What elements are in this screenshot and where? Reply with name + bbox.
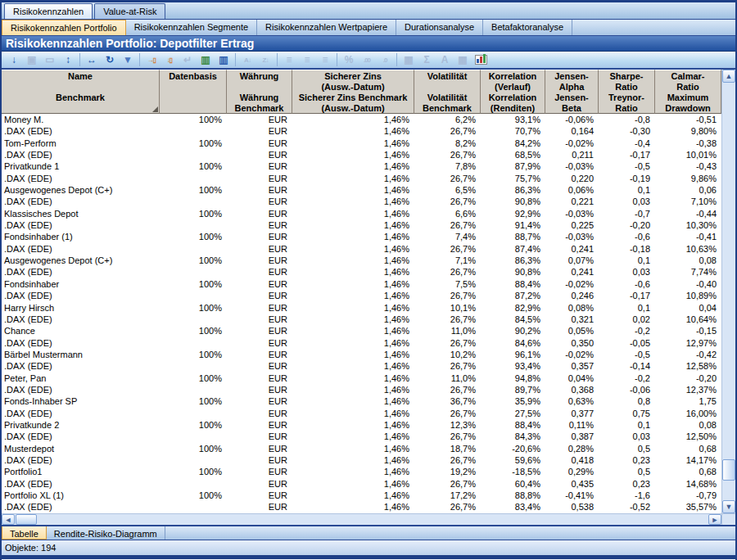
filter-icon[interactable]: ▼ (120, 52, 136, 67)
cell-datenbasis: 100% (160, 184, 227, 196)
table-row[interactable]: Portfolio1100%EUR1,46%19,2%-18,5%0,29%0,… (2, 466, 721, 477)
refresh-icon[interactable]: ↻ (102, 52, 118, 67)
align-center-icon[interactable]: ≡ (299, 52, 315, 67)
table-row[interactable]: Fondsinhaber (1)100%EUR1,46%7,4%88,7%-0,… (2, 231, 721, 242)
cell-name: Ausgewogenes Depot (C+) (2, 184, 160, 196)
table-row[interactable]: .DAX (EDE)EUR1,46%26,7%68,5%0,211-0,1710… (2, 149, 721, 160)
column-width-icon[interactable]: ↔ (84, 52, 100, 67)
sum-icon[interactable]: Σ (418, 52, 435, 67)
cell-calmar: -0,38 (655, 138, 721, 149)
column-header-name[interactable]: Name Benchmark (2, 70, 160, 114)
subtab-durationsanalyse[interactable]: Durationsanalyse (396, 20, 483, 35)
column-format-icon[interactable]: ▦ (454, 52, 471, 67)
font-icon[interactable]: A (436, 52, 453, 67)
tab-value-at-risk[interactable]: Value-at-Risk (94, 3, 165, 19)
cell-sicherer-zins: 1,46% (292, 454, 414, 466)
vertical-scrollbar[interactable]: ▲ ▼ (721, 70, 735, 513)
table-row[interactable]: .DAX (EDE)EUR1,46%26,7%84,5%0,3210,0210,… (2, 314, 721, 325)
column-header-volatilitaet[interactable]: Volatilität Volatilität Benchmark (414, 70, 481, 114)
table-row[interactable]: Ausgewogenes Depot (C+)100%EUR1,46%6,5%8… (2, 184, 721, 196)
cell-waehrung: EUR (227, 408, 292, 419)
cell-jensen: -0,03% (545, 208, 599, 219)
view-tab-rendite-risiko-diagramm[interactable]: Rendite-Risiko-Diagramm (47, 526, 165, 540)
chart-icon[interactable] (472, 52, 489, 67)
scroll-up-button[interactable]: ▲ (722, 70, 735, 83)
table-row[interactable]: Bärbel Mustermann100%EUR1,46%10,2%96,1%-… (2, 349, 721, 360)
table-row[interactable]: .DAX (EDE)EUR1,46%26,7%84,6%0,350-0,0512… (2, 337, 721, 349)
increase-decimal-icon[interactable]: .00 (359, 52, 375, 67)
column-header-korrelation[interactable]: Korrelation (Verlauf) Korrelation (Rendi… (481, 70, 545, 114)
insert-column-down-icon[interactable]: ↓▯ (161, 52, 178, 67)
table-row[interactable]: .DAX (EDE)EUR1,46%26,7%59,6%0,4180,2314,… (2, 454, 721, 466)
cell-calmar: 12,58% (655, 360, 721, 372)
scroll-down-button[interactable]: ▼ (722, 500, 735, 513)
table-row[interactable]: .DAX (EDE)EUR1,46%26,7%87,4%0,241-0,1810… (2, 243, 721, 255)
table-row[interactable]: Tom-Perform100%EUR1,46%8,2%84,2%-0,02%-0… (2, 138, 721, 149)
table-row[interactable]: Peter, Pan100%EUR1,46%11,0%94,8%0,04%-0,… (2, 373, 721, 384)
cell-volatilitaet: 18,7% (414, 443, 481, 454)
column-header-sicherer-zins[interactable]: Sicherer Zins (Ausw.-Datum) Sicherer Zin… (292, 70, 414, 114)
table-row[interactable]: Fondsinhaber100%EUR1,46%7,5%88,4%-0,02%-… (2, 278, 721, 290)
table-row[interactable]: Portfolio XL (1)100%EUR1,46%17,2%88,8%-0… (2, 490, 721, 501)
table-row[interactable]: Privatkunde 1100%EUR1,46%7,8%87,9%-0,03%… (2, 160, 721, 172)
decrease-decimal-icon[interactable]: .0 (377, 52, 393, 67)
column-header-datenbasis[interactable]: Datenbasis (160, 70, 227, 114)
cell-volatilitaet: 26,7% (414, 290, 481, 301)
table-row[interactable]: .DAX (EDE)EUR1,46%26,7%70,7%0,164-0,309,… (2, 125, 721, 137)
cell-korrelation: 86,3% (481, 255, 545, 266)
vertical-scroll-thumb[interactable] (722, 459, 735, 481)
table-row[interactable]: .DAX (EDE)EUR1,46%26,7%83,4%0,538-0,5235… (2, 501, 721, 513)
horizontal-scroll-thumb[interactable] (16, 514, 37, 525)
column-header-waehrung[interactable]: Währung Währung Benchmark (227, 70, 292, 114)
horizontal-scrollbar[interactable]: ◄ ► (2, 513, 721, 525)
table-row[interactable]: .DAX (EDE)EUR1,46%26,7%60,4%0,4350,2314,… (2, 478, 721, 490)
table-row[interactable]: Fonds-Inhaber SP100%EUR1,46%36,7%35,9%0,… (2, 395, 721, 407)
sort-ascending-icon[interactable]: A↓ (239, 52, 255, 67)
table-row[interactable]: Money M.100%EUR1,46%6,2%93,1%-0,06%-0,8-… (2, 114, 721, 125)
table-row[interactable]: Chance100%EUR1,46%11,0%90,2%0,05%-0,2-0,… (2, 325, 721, 336)
align-bottom-icon[interactable]: ≡ (317, 52, 333, 67)
table-row[interactable]: Ausgewogenes Depot (C+)100%EUR1,46%7,1%8… (2, 255, 721, 266)
align-top-icon[interactable]: ≡ (281, 52, 297, 67)
cell-sicherer-zins: 1,46% (292, 408, 414, 419)
copy-format-icon[interactable]: ▣ (24, 52, 40, 67)
table-row[interactable]: .DAX (EDE)EUR1,46%26,7%27,5%0,3770,7516,… (2, 408, 721, 419)
table-row[interactable]: .DAX (EDE)EUR1,46%26,7%91,4%0,225-0,2010… (2, 219, 721, 231)
subtab-risikokennzahlen-wertpapiere[interactable]: Risikokennzahlen Wertpapiere (257, 20, 396, 35)
table-row[interactable]: Privatkunde 2100%EUR1,46%12,3%88,4%0,11%… (2, 419, 721, 431)
undo-column-icon[interactable]: ↵ (179, 52, 196, 67)
column-stats-icon[interactable]: ▦ (400, 52, 417, 67)
table-row[interactable]: .DAX (EDE)EUR1,46%26,7%75,7%0,220-0,199,… (2, 173, 721, 184)
percent-format-icon[interactable]: % (341, 52, 357, 67)
table-row[interactable]: Harry Hirsch100%EUR1,46%10,1%82,9%0,08%0… (2, 302, 721, 314)
table-row[interactable]: .DAX (EDE)EUR1,46%26,7%93,4%0,357-0,1412… (2, 360, 721, 372)
name-column-resize-marker[interactable] (152, 106, 158, 112)
table-row[interactable]: Klassisches Depot100%EUR1,46%6,6%92,9%-0… (2, 208, 721, 219)
view-tab-tabelle[interactable]: Tabelle (2, 526, 47, 540)
hidden-columns-icon[interactable]: ▥ (197, 52, 214, 67)
table-row[interactable]: .DAX (EDE)EUR1,46%26,7%90,8%0,2410,037,7… (2, 266, 721, 278)
scroll-left-button[interactable]: ◄ (2, 514, 15, 525)
scroll-right-button[interactable]: ► (708, 514, 721, 525)
column-header-sharpe[interactable]: Sharpe- Ratio Treynor- Ratio (599, 70, 655, 114)
fit-height-icon[interactable]: ↕ (60, 52, 76, 67)
fit-window-icon[interactable]: ▭ (42, 52, 58, 67)
subtab-risikokennzahlen-segmente[interactable]: Risikokennzahlen Segmente (126, 20, 257, 35)
table-row[interactable]: Musterdepot100%EUR1,46%18,7%-20,6%0,28%0… (2, 443, 721, 454)
select-columns-icon[interactable]: ▥ (215, 52, 232, 67)
column-header-calmar[interactable]: Calmar- Ratio Maximum Drawdown (655, 70, 721, 114)
export-icon[interactable]: ↓ (6, 52, 22, 67)
tab-risikokennzahlen[interactable]: Risikokennzahlen (4, 3, 93, 19)
sort-descending-icon[interactable]: Z↓ (257, 52, 274, 67)
cell-calmar: -0,43 (655, 160, 721, 172)
insert-column-right-icon[interactable]: →▯ (143, 52, 160, 67)
table-row[interactable]: .DAX (EDE)EUR1,46%26,7%84,3%0,3870,0312,… (2, 431, 721, 442)
table-row[interactable]: .DAX (EDE)EUR1,46%26,7%87,2%0,246-0,1710… (2, 290, 721, 301)
column-header-jensen[interactable]: Jensen- Alpha Jensen- Beta (545, 70, 599, 114)
subtab-betafaktoranalyse[interactable]: Betafaktoranalyse (483, 20, 572, 35)
subtab-risikokennzahlen-portfolio[interactable]: Risikokennzahlen Portfolio (2, 20, 126, 35)
cell-jensen: 0,246 (545, 290, 599, 301)
table-row[interactable]: .DAX (EDE)EUR1,46%26,7%89,7%0,368-0,0612… (2, 384, 721, 395)
cell-volatilitaet: 10,2% (414, 349, 481, 360)
table-row[interactable]: .DAX (EDE)EUR1,46%26,7%90,8%0,2210,037,1… (2, 196, 721, 207)
